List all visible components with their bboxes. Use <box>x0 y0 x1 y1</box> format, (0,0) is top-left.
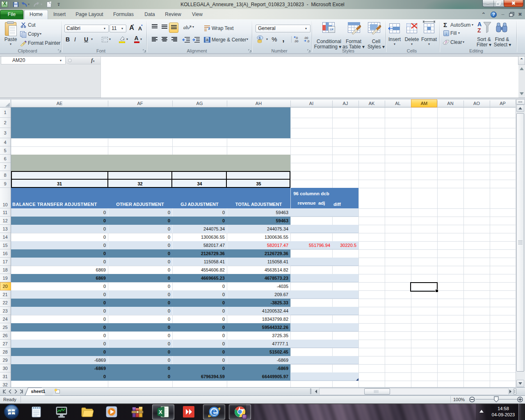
svg-text:$: $ <box>259 36 261 40</box>
svg-text:X: X <box>159 409 162 415</box>
svg-text:.0: .0 <box>307 39 309 43</box>
svg-text:.00: .00 <box>294 39 298 43</box>
svg-text:ab: ab <box>183 25 188 30</box>
